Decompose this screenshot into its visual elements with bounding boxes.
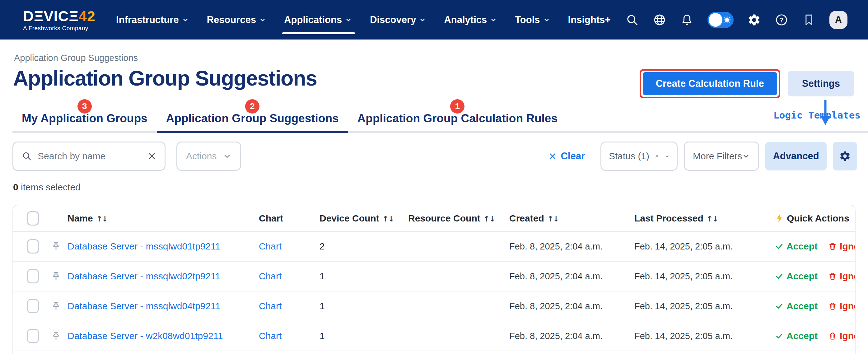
chevron-down-icon: [223, 152, 231, 161]
menu-infrastructure[interactable]: Infrastructure: [116, 14, 189, 26]
chevron-down-icon: [742, 152, 750, 161]
selection-number: 0: [13, 182, 18, 192]
user-avatar[interactable]: A: [830, 11, 847, 29]
search-input[interactable]: [38, 151, 142, 161]
ignore-button[interactable]: Ignore: [828, 301, 855, 311]
tab-application-group-calculation-rules[interactable]: 1 Application Group Calculation Rules: [348, 108, 567, 131]
column-header-created[interactable]: Created↑↓: [509, 213, 634, 224]
pin-icon[interactable]: [51, 301, 61, 311]
accept-button[interactable]: Accept: [775, 331, 817, 341]
tab-badge: 2: [245, 99, 259, 114]
sort-icon[interactable]: ↑↓: [96, 214, 107, 223]
last-processed-date: Feb. 14, 2025, 2:05 a.m.: [634, 271, 771, 282]
chart-link[interactable]: Chart: [259, 241, 282, 251]
sort-icon[interactable]: ↑↓: [547, 214, 558, 223]
device-count: 1: [319, 271, 408, 282]
pin-icon[interactable]: [51, 241, 61, 252]
svg-text:?: ?: [779, 16, 784, 24]
menu-tools[interactable]: Tools: [515, 14, 550, 26]
suggestion-name-link[interactable]: Database Server - mssqlwd01tp9211: [67, 241, 220, 251]
menu-resources[interactable]: Resources: [207, 14, 266, 26]
ignore-button[interactable]: Ignore: [828, 241, 855, 252]
created-date: Feb. 8, 2025, 2:04 a.m.: [509, 301, 634, 311]
globe-icon[interactable]: [653, 13, 666, 27]
suggestion-name-link[interactable]: Database Server - w2k08wd01tp9211: [67, 331, 223, 341]
accept-button[interactable]: Accept: [775, 301, 817, 311]
accept-button[interactable]: Accept: [775, 271, 817, 282]
pin-icon[interactable]: [51, 271, 61, 282]
settings-button[interactable]: Settings: [788, 71, 854, 96]
sort-icon[interactable]: ↑↓: [382, 214, 394, 223]
bookmark-icon[interactable]: [802, 13, 816, 27]
column-header-last-processed[interactable]: Last Processed↑↓: [634, 213, 771, 224]
suggestion-name-link[interactable]: Database Server - mssqlwd04tp9211: [67, 301, 220, 311]
menu-discovery[interactable]: Discovery: [370, 14, 426, 26]
create-calculation-rule-button[interactable]: Create Calculation Rule: [643, 72, 777, 95]
clear-search-icon[interactable]: [147, 152, 156, 161]
lightning-icon: [775, 214, 784, 223]
gear-icon: [839, 150, 851, 162]
status-filter-dropdown[interactable]: Status (1): [600, 141, 678, 171]
chevron-down-icon: [665, 152, 669, 161]
row-checkbox[interactable]: [27, 269, 39, 283]
accept-button[interactable]: Accept: [775, 241, 817, 252]
row-checkbox[interactable]: [27, 239, 39, 254]
column-header-name[interactable]: Name↑↓: [67, 213, 259, 224]
chart-link[interactable]: Chart: [259, 331, 282, 341]
pin-icon[interactable]: [51, 331, 61, 341]
select-all-checkbox[interactable]: [27, 211, 39, 226]
trash-icon: [828, 272, 837, 281]
check-icon: [775, 242, 784, 251]
main-menu: Infrastructure Resources Applications Di…: [116, 14, 611, 26]
column-header-device-count[interactable]: Device Count↑↓: [319, 213, 408, 224]
chart-link[interactable]: Chart: [259, 271, 282, 281]
sun-icon: [723, 15, 732, 24]
freshworks-subtitle: A Freshworks Company: [23, 25, 95, 31]
gear-icon[interactable]: [747, 13, 761, 27]
column-header-resource-count[interactable]: Resource Count↑↓: [408, 213, 509, 224]
menu-analytics[interactable]: Analytics: [444, 14, 497, 26]
check-icon: [775, 302, 784, 311]
table-settings-button[interactable]: [833, 142, 857, 170]
device-count: 1: [319, 301, 408, 311]
breadcrumb: Application Group Suggestions: [14, 53, 138, 63]
chevron-down-icon: [490, 17, 497, 23]
chart-link[interactable]: Chart: [259, 301, 282, 311]
tab-bar: 3 My Application Groups 2 Application Gr…: [12, 108, 868, 133]
search-box: [12, 141, 165, 171]
remove-filter-icon[interactable]: [655, 152, 659, 161]
device42-logo[interactable]: DΞVICΞ42 A Freshworks Company: [23, 9, 95, 31]
header-buttons: Create Calculation Rule Settings: [640, 69, 854, 98]
row-checkbox[interactable]: [27, 299, 39, 313]
suggestions-table: Name↑↓ Chart Device Count↑↓ Resource Cou…: [12, 205, 856, 354]
more-filters-dropdown[interactable]: More Filters: [684, 141, 759, 171]
help-icon[interactable]: ?: [775, 13, 788, 27]
ignore-button[interactable]: Ignore: [828, 271, 855, 282]
theme-toggle[interactable]: [708, 12, 734, 28]
clear-filters-button[interactable]: Clear: [548, 151, 585, 162]
annotation-highlight-box: Create Calculation Rule: [640, 69, 780, 98]
chevron-down-icon: [345, 17, 352, 23]
nav-utility-icons: ? A: [625, 11, 868, 29]
tab-my-application-groups[interactable]: 3 My Application Groups: [12, 108, 157, 131]
sort-icon[interactable]: ↑↓: [484, 214, 495, 223]
column-header-chart: Chart: [259, 213, 319, 224]
sort-icon[interactable]: ↑↓: [707, 214, 718, 223]
search-icon[interactable]: [625, 13, 639, 27]
bell-icon[interactable]: [680, 13, 694, 27]
tab-application-group-suggestions[interactable]: 2 Application Group Suggestions: [157, 108, 348, 131]
x-icon: [548, 152, 557, 161]
ignore-button[interactable]: Ignore: [828, 331, 855, 341]
chevron-down-icon: [543, 17, 550, 23]
created-date: Feb. 8, 2025, 2:04 a.m.: [509, 331, 634, 341]
advanced-button[interactable]: Advanced: [765, 142, 827, 170]
menu-insights[interactable]: Insights+: [568, 14, 611, 26]
chevron-down-icon: [259, 17, 266, 23]
actions-dropdown[interactable]: Actions: [177, 141, 241, 171]
table-row: Database Server - mssqlwd04tp9211 Chart …: [13, 291, 855, 321]
search-icon: [22, 151, 32, 161]
row-checkbox[interactable]: [27, 329, 39, 343]
created-date: Feb. 8, 2025, 2:04 a.m.: [509, 242, 634, 252]
suggestion-name-link[interactable]: Database Server - mssqlwd02tp9211: [67, 271, 220, 281]
menu-applications[interactable]: Applications: [284, 14, 352, 26]
